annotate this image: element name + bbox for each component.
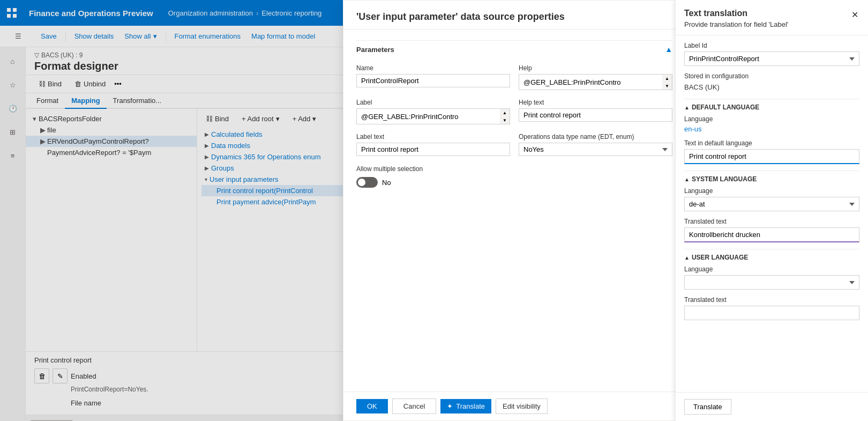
rp-stored-group: Stored in configuration BACS (UK) <box>684 72 859 92</box>
rp-text-default-input[interactable] <box>684 149 859 164</box>
help-arrow-up[interactable]: ▲ <box>662 75 672 82</box>
rp-user-lang-group: Language <box>684 265 859 290</box>
rp-text-default-label: Text in default language <box>684 139 859 147</box>
rp-stored-label: Stored in configuration <box>684 72 859 80</box>
edit-visibility-button[interactable]: Edit visibility <box>496 398 548 414</box>
rp-translate-button[interactable]: Translate <box>684 399 731 415</box>
label-field-label: Label <box>356 99 510 106</box>
form-group-operations: Operations data type name (EDT, enum) No… <box>519 133 672 156</box>
label-input-wrapper: ▲ ▼ <box>356 108 510 124</box>
modal-header: 'User input parameter' data source prope… <box>343 1 685 29</box>
help-input-wrapper: ▲ ▼ <box>519 74 672 90</box>
label-arrow-up[interactable]: ▲ <box>500 109 510 116</box>
rp-default-lang-group: Language en-us <box>684 115 859 133</box>
rp-user-lang-select[interactable] <box>684 275 859 290</box>
help-arrow-down[interactable]: ▼ <box>662 82 672 90</box>
ok-button[interactable]: OK <box>356 399 388 413</box>
rp-stored-value: BACS (UK) <box>684 82 859 92</box>
rp-user-lang-section: ▲ USER LANGUAGE <box>684 254 859 261</box>
form-row-name-help: Name Help ▲ ▼ <box>356 64 672 90</box>
rp-default-lang-label: Language <box>684 115 859 123</box>
form-group-label: Label ▲ ▼ <box>356 99 510 124</box>
rp-user-translated-input[interactable] <box>684 306 859 320</box>
help-input[interactable] <box>519 74 662 90</box>
rp-divider2 <box>684 171 859 171</box>
rp-user-translated-label: Translated text <box>684 296 859 304</box>
parameters-section-title: Parameters <box>356 46 394 54</box>
right-panel: Text translation Provide translation for… <box>675 0 868 421</box>
modal-title: 'User input parameter' data source prope… <box>356 11 672 23</box>
form-group-help: Help ▲ ▼ <box>519 64 672 90</box>
translate-button[interactable]: ✦ Translate <box>440 399 491 413</box>
rp-user-lang-label: Language <box>684 265 859 273</box>
right-panel-body: Label Id PrinPrintControlReport Stored i… <box>676 35 868 392</box>
rp-user-arrow-icon: ▲ <box>684 255 690 261</box>
rp-system-lang-group: Language de-at <box>684 187 859 211</box>
right-panel-header-text: Text translation Provide translation for… <box>684 9 788 28</box>
parameters-section-header: Parameters ▲ <box>356 40 672 58</box>
rp-default-arrow-icon: ▲ <box>684 105 690 110</box>
operations-select-wrapper: NoYes <box>519 143 672 156</box>
rp-divider1 <box>684 99 859 99</box>
operations-field-label: Operations data type name (EDT, enum) <box>519 133 672 141</box>
form-row-label-helptext: Label ▲ ▼ Help text <box>356 99 672 124</box>
rp-text-default-group: Text in default language <box>684 139 859 164</box>
form-group-labeltext: Label text <box>356 133 510 156</box>
rp-default-lang-value[interactable]: en-us <box>684 125 859 133</box>
name-input[interactable] <box>356 74 510 87</box>
translate-icon: ✦ <box>447 402 453 410</box>
right-panel-title: Text translation <box>684 9 788 18</box>
label-input[interactable] <box>356 108 500 124</box>
modal-dialog: 'User input parameter' data source prope… <box>343 0 686 421</box>
form-group-helptext: Help text <box>519 99 672 124</box>
cancel-button[interactable]: Cancel <box>392 398 436 414</box>
rp-system-translated-input[interactable] <box>684 227 859 242</box>
toggle-thumb <box>358 179 365 186</box>
form-row-labeltext-ops: Label text Operations data type name (ED… <box>356 133 672 156</box>
rp-label-id-select[interactable]: PrinPrintControlReport <box>684 51 859 66</box>
allow-multiple-toggle[interactable] <box>356 177 378 188</box>
allow-multiple-value: No <box>382 179 391 187</box>
rp-divider3 <box>684 249 859 249</box>
operations-select[interactable]: NoYes <box>519 143 672 156</box>
labeltext-field-label: Label text <box>356 133 510 141</box>
helptext-field-label: Help text <box>519 99 672 106</box>
form-group-name: Name <box>356 64 510 90</box>
modal-footer: OK Cancel ✦ Translate Edit visibility <box>343 392 685 420</box>
rp-user-lang-select-container <box>684 275 859 290</box>
right-panel-footer: Translate <box>676 392 868 421</box>
rp-system-lang-label: Language <box>684 187 859 195</box>
rp-system-lang-section: ▲ SYSTEM LANGUAGE <box>684 175 859 183</box>
helptext-input[interactable] <box>519 108 672 122</box>
toggle-row: No <box>356 177 672 188</box>
rp-default-lang-section: ▲ DEFAULT LANGUAGE <box>684 104 859 111</box>
rp-system-arrow-icon: ▲ <box>684 176 690 182</box>
rp-system-translated-label: Translated text <box>684 218 859 225</box>
close-button[interactable]: ✕ <box>850 9 859 21</box>
right-panel-subtitle: Provide translation for field 'Label' <box>684 20 788 28</box>
rp-label-id-group: Label Id PrinPrintControlReport <box>684 42 859 66</box>
rp-user-translated-group: Translated text <box>684 296 859 320</box>
name-field-label: Name <box>356 64 510 72</box>
help-arrows: ▲ ▼ <box>662 74 672 90</box>
modal-body: Parameters ▲ Name Help ▲ ▼ La <box>343 29 685 392</box>
rp-system-translated-group: Translated text <box>684 218 859 242</box>
label-arrows: ▲ ▼ <box>500 108 510 124</box>
help-field-label: Help <box>519 64 672 72</box>
label-arrow-down[interactable]: ▼ <box>500 116 510 124</box>
rp-system-lang-select[interactable]: de-at <box>684 197 859 211</box>
labeltext-input[interactable] <box>356 143 510 156</box>
rp-label-id-select-container: PrinPrintControlReport <box>684 51 859 66</box>
parameters-collapse-icon[interactable]: ▲ <box>665 45 672 54</box>
allow-multiple-label: Allow multiple selection <box>356 165 423 173</box>
rp-system-lang-select-container: de-at <box>684 197 859 211</box>
allow-multiple-section: Allow multiple selection No <box>356 165 672 188</box>
right-panel-header: Text translation Provide translation for… <box>676 0 868 35</box>
rp-label-id-label: Label Id <box>684 42 859 49</box>
